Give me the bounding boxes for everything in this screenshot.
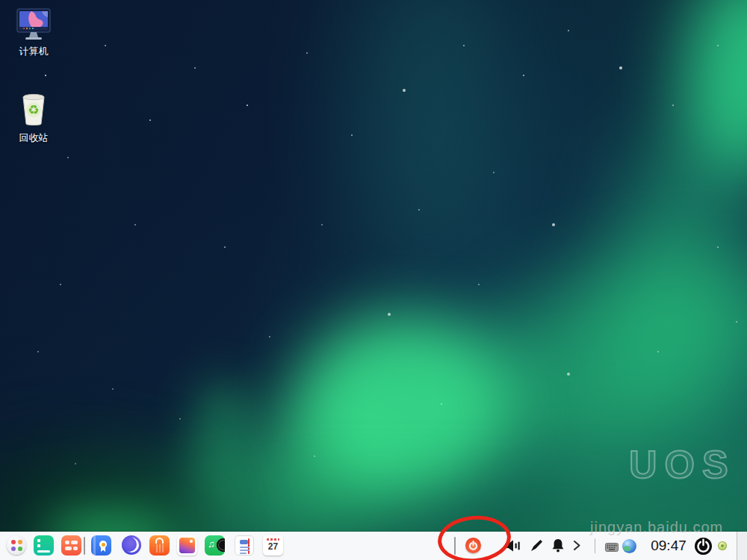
dock-calendar-button[interactable]: 27: [263, 535, 283, 556]
power-icon: [694, 537, 713, 556]
notification-bell-icon: [551, 538, 565, 553]
dock-launcher-button[interactable]: [7, 535, 26, 555]
dock-album-button[interactable]: [177, 535, 197, 556]
volume-button[interactable]: [504, 540, 521, 555]
status-dot-icon: [721, 544, 724, 547]
desktop-icon-recycle-bin[interactable]: ♻ 回收站: [2, 93, 65, 145]
computer-icon: [15, 7, 52, 40]
browser-icon: [122, 535, 141, 555]
calendar-day: 27: [263, 541, 283, 552]
dock-browser-button[interactable]: [122, 535, 141, 555]
tray-separator: [595, 538, 595, 553]
dock-app-grid-button[interactable]: [61, 535, 81, 556]
desktop-icon-label: 回收站: [19, 131, 49, 145]
screenshot-pen-button[interactable]: [530, 539, 543, 555]
app-store-icon: [149, 535, 170, 556]
network-globe-button[interactable]: [622, 539, 636, 553]
clock[interactable]: 09:47: [645, 538, 692, 554]
keyboard-icon: [605, 543, 619, 552]
dock-manual-button[interactable]: [91, 535, 111, 556]
svg-text:♻: ♻: [28, 102, 39, 117]
screenshot-pen-icon: [530, 539, 543, 552]
dock-separator: [454, 537, 456, 555]
desktop-icon-computer[interactable]: 计算机: [2, 7, 65, 58]
tray-status-dot[interactable]: [718, 541, 727, 550]
show-desktop-button[interactable]: [737, 532, 747, 560]
album-icon: [177, 535, 197, 556]
dock-shutdown-button[interactable]: [465, 538, 481, 553]
desktop-icon-label: 计算机: [19, 45, 49, 58]
document-icon: [235, 535, 254, 556]
app-grid-icon: [61, 535, 81, 556]
dock-board-button[interactable]: [34, 535, 54, 556]
calendar-icon: 27: [263, 535, 283, 556]
dock-document-button[interactable]: [235, 535, 254, 556]
dock-app-store-button[interactable]: [149, 535, 170, 556]
dock-music-button[interactable]: ♫: [205, 535, 225, 556]
keyboard-layout-button[interactable]: [605, 541, 619, 555]
uos-watermark: UOS: [629, 442, 736, 487]
music-icon: ♫: [205, 535, 225, 556]
dock-separator: [84, 537, 85, 555]
board-icon: [34, 535, 54, 556]
recycle-bin-icon: ♻: [17, 93, 50, 127]
volume-icon: [504, 540, 521, 552]
taskbar: ♫ 27: [0, 532, 747, 560]
tray-expand-button[interactable]: [572, 540, 581, 554]
star-field: [0, 0, 1, 1]
launcher-icon: [7, 535, 26, 555]
power-button[interactable]: [694, 537, 713, 559]
chevron-right-icon: [572, 540, 581, 551]
notifications-button[interactable]: [551, 538, 565, 556]
globe-icon: [624, 546, 630, 551]
